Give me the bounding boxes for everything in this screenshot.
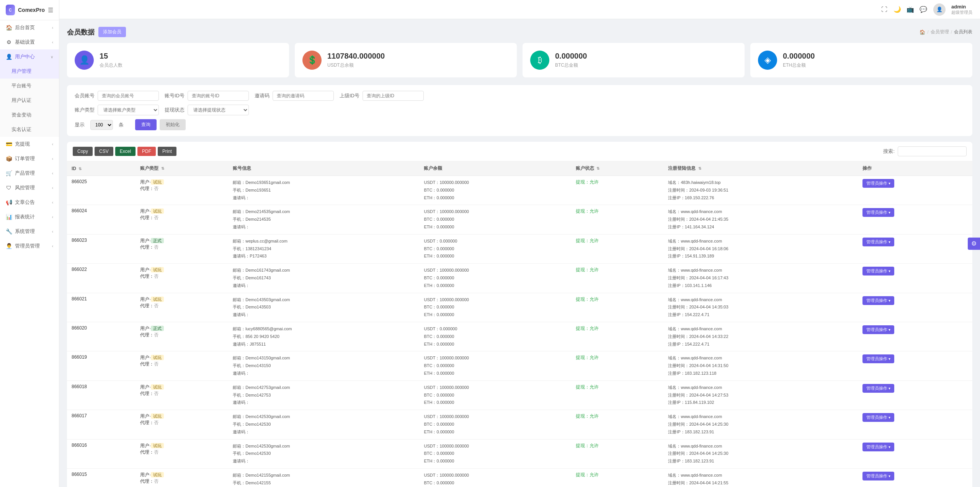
page-title: 会员数据 [67,28,95,37]
status-badge: 提现：允许 [576,326,599,331]
cell-account-info: 邮箱：Demo193651gmail.com手机：Demo193651邀请码： [228,176,419,205]
invite-code-input[interactable] [273,91,334,101]
status-badge: 提现：允许 [576,297,599,302]
message-icon[interactable]: 💬 [919,5,928,14]
breadcrumb-home-icon[interactable]: 🏠 [920,30,925,35]
status-badge: 提现：允许 [576,267,599,272]
sidebar-item-label: 文章公告 [15,199,49,206]
col-id[interactable]: ID ⇅ [67,161,136,176]
copy-button[interactable]: Copy [73,147,93,156]
filter-row-3: 显示 100 50 25 条 查询 初始化 [75,119,965,130]
sidebar-item-fund-change[interactable]: 资金变动 [0,108,59,122]
action-button[interactable]: 管理员操作 [862,384,894,393]
action-button[interactable]: 管理员操作 [862,472,894,480]
query-button[interactable]: 查询 [135,119,157,130]
sidebar-item-admin-management[interactable]: 👨‍💼 管理员管理 ‹ [0,239,59,253]
cell-login-info: 域名：www.qdd-finance.com注册时间：2024-04-04 14… [663,322,858,351]
col-login-info[interactable]: 注册登陆信息 ⇅ [663,161,858,176]
balance-line: BTC：0.000000 [424,479,566,487]
table-search-input[interactable] [898,146,967,156]
sidebar-item-label: 管理员管理 [15,243,49,249]
sidebar-menu: 🏠 后台首页 ‹ ⚙ 基础设置 ‹ 👤 用户中心 ∨ 用户管理 平台账号 用户认… [0,20,59,487]
action-button[interactable]: 管理员操作 [862,267,894,275]
is-agent: 否 [154,303,158,308]
display-count-select[interactable]: 100 50 25 [90,120,113,130]
sidebar-item-basic-settings[interactable]: ⚙ 基础设置 ‹ [0,35,59,49]
sidebar-item-product-management[interactable]: 🛒 产品管理 ‹ [0,166,59,180]
sidebar-item-system-management[interactable]: 🔧 系统管理 ‹ [0,224,59,239]
login-info-line: 注册IP：169.150.222.76 [668,194,853,202]
pdf-button[interactable]: PDF [137,147,156,156]
page-header: 会员数据 添加会员 🏠 / 会员管理 / 会员列表 [67,27,972,37]
sidebar-item-real-name-auth[interactable]: 实名认证 [0,122,59,137]
fullscreen-icon[interactable]: ⛶ [880,5,889,14]
sidebar-item-order-management[interactable]: 📦 订单管理 ‹ [0,151,59,166]
account-type-select[interactable]: 请选择账户类型 正式用户 试玩用户 [98,105,159,115]
csv-button[interactable]: CSV [95,147,113,156]
login-info-line: 注册时间：2024-04-04 14:35:03 [668,303,853,311]
balance-line: BTC：0.000000 [424,392,566,399]
action-button[interactable]: 管理员操作 [862,296,894,305]
sidebar-item-recharge[interactable]: 💳 充提现 ‹ [0,137,59,151]
reset-button[interactable]: 初始化 [160,119,186,130]
balance-line: USDT：100000.000000 [424,179,566,187]
cell-status: 提现：允许 [571,176,664,205]
login-info-line: 域名：www.qdd-finance.com [668,384,853,392]
login-info-line: 注册IP：183.182.123.91 [668,457,853,465]
add-member-button[interactable]: 添加会员 [98,27,126,37]
sidebar-item-user-auth[interactable]: 用户认证 [0,93,59,108]
sidebar-item-label: 产品管理 [15,170,49,177]
sidebar-item-dashboard[interactable]: 🏠 后台首页 ‹ [0,20,59,35]
action-button[interactable]: 管理员操作 [862,325,894,334]
avatar[interactable]: 👤 [933,3,946,16]
excel-button[interactable]: Excel [115,147,136,156]
superior-id-input[interactable] [363,91,424,101]
is-agent: 否 [154,332,158,338]
action-button[interactable]: 管理员操作 [862,208,894,217]
sidebar-item-content[interactable]: 📢 文章公告 ‹ [0,195,59,210]
account-info-line: 手机：Demo161743 [233,274,415,282]
breadcrumb-member-management[interactable]: 会员管理 [931,29,949,35]
member-account-input[interactable] [98,91,159,101]
status-badge: 提现：允许 [576,208,599,214]
account-info-line: 手机：Demo142530 [233,450,415,457]
withdrawal-status-select[interactable]: 请选择提现状态 允许 禁止 [188,105,249,115]
sidebar-item-label: 基础设置 [15,39,49,46]
action-button[interactable]: 管理员操作 [862,413,894,422]
cell-id: 866022 [67,264,136,293]
dark-mode-icon[interactable]: 🌙 [893,5,902,14]
sidebar-item-reports[interactable]: 📊 报表统计 ‹ [0,210,59,224]
account-id-input[interactable] [188,91,249,101]
screen-icon[interactable]: 📺 [906,5,915,14]
cell-account-type: 用户·试玩 代理：否 [136,176,228,205]
sidebar-item-user-management[interactable]: 用户管理 [0,64,59,79]
stat-members-value: 15 [100,52,281,61]
balance-line: ETH：0.000000 [424,370,566,377]
print-button[interactable]: Print [158,147,176,156]
cell-account-info: 邮箱：Demo142530gmail.com手机：Demo142530邀请码： [228,439,419,468]
account-info-line: 邀请码： [233,194,415,202]
sidebar-item-platform-account[interactable]: 平台账号 [0,79,59,93]
action-button[interactable]: 管理员操作 [862,354,894,363]
sidebar-item-risk-control[interactable]: 🛡 风控管理 ‹ [0,180,59,195]
is-agent: 否 [154,420,158,425]
balance-line: ETH：0.000000 [424,282,566,290]
action-button[interactable]: 管理员操作 [862,179,894,188]
cell-account-info: 邮箱：Demo161743gmail.com手机：Demo161743邀请码： [228,264,419,293]
cell-account-type: 用户·试玩 代理：否 [136,468,228,487]
col-status[interactable]: 账户状态 ⇅ [571,161,664,176]
action-button[interactable]: 管理员操作 [862,238,894,246]
cell-login-info: 域名：483h.haiwaiym18.top注册时间：2024-09-03 19… [663,176,858,205]
settings-float-button[interactable]: ⚙ [968,238,980,250]
search-area: 搜索: [883,146,967,156]
cell-id: 866024 [67,205,136,234]
cell-account-type: 用户·试玩 代理：否 [136,380,228,410]
sidebar-item-user-center[interactable]: 👤 用户中心 ∨ [0,49,59,64]
menu-toggle-icon[interactable]: ☰ [48,7,53,14]
cell-balance: USDT：100000.000000BTC：0.000000ETH：0.0000… [419,176,571,205]
account-type-tag: 试玩 [151,472,164,477]
action-button[interactable]: 管理员操作 [862,443,894,451]
col-account-type[interactable]: 账户类型 ⇅ [136,161,228,176]
cell-login-info: 域名：www.qdd-finance.com注册时间：2024-04-04 14… [663,439,858,468]
is-agent: 否 [154,479,158,484]
